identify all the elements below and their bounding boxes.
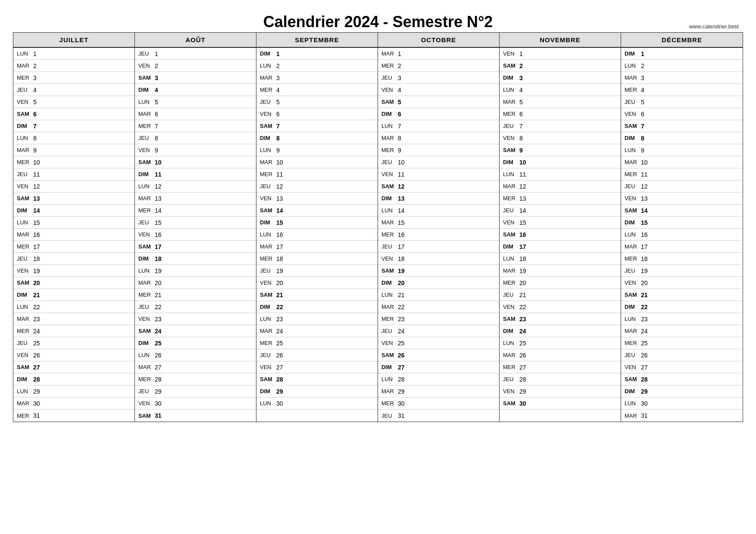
month-header-août: AOÛT	[135, 33, 256, 47]
day-name: SAM	[381, 352, 398, 358]
day-name: LUN	[17, 135, 33, 141]
day-row: JEU29	[135, 385, 256, 397]
day-row: JEU12	[621, 180, 743, 192]
day-name: LUN	[260, 400, 276, 407]
day-row: DIM22	[256, 301, 378, 313]
day-row: JEU5	[256, 96, 378, 108]
day-number: 13	[276, 195, 288, 202]
day-row: JEU3	[378, 72, 499, 84]
day-name: MER	[138, 376, 155, 382]
day-row: VEN11	[378, 168, 499, 180]
day-number: 31	[155, 412, 167, 419]
day-row: DIM10	[500, 156, 621, 168]
day-row: SAM5	[378, 96, 499, 108]
day-name: DIM	[260, 219, 276, 226]
day-name: MER	[260, 255, 276, 262]
day-number: 30	[276, 400, 288, 407]
day-name: DIM	[138, 255, 155, 262]
day-row: LUN25	[500, 337, 621, 349]
day-number: 22	[641, 304, 653, 310]
day-row: DIM7	[13, 120, 134, 132]
day-number: 18	[33, 255, 45, 262]
day-number: 4	[641, 87, 653, 93]
day-number: 6	[33, 111, 45, 118]
day-name: MAR	[381, 304, 398, 310]
day-name: LUN	[138, 99, 155, 105]
day-row: DIM1	[621, 48, 743, 60]
day-row: JEU26	[256, 349, 378, 361]
day-row: VEN27	[256, 361, 378, 373]
day-name: LUN	[381, 376, 398, 382]
day-number: 2	[398, 62, 410, 69]
day-row: LUN4	[500, 84, 621, 96]
day-row: VEN26	[13, 349, 134, 361]
month-header-septembre: SEPTEMBRE	[256, 33, 378, 47]
day-number: 1	[155, 50, 167, 57]
day-name: JEU	[503, 123, 519, 129]
day-number: 10	[33, 159, 45, 166]
day-row: MER27	[500, 361, 621, 373]
day-name: MAR	[17, 147, 33, 153]
day-name: JEU	[17, 87, 33, 93]
day-number: 21	[641, 292, 653, 298]
day-row: MER2	[378, 60, 499, 72]
day-name: MER	[17, 75, 33, 81]
day-name: LUN	[381, 123, 398, 129]
day-name: JEU	[138, 388, 155, 394]
day-name: DIM	[138, 171, 155, 177]
day-name: DIM	[17, 123, 33, 129]
day-name: JEU	[625, 183, 641, 189]
day-number: 10	[641, 159, 653, 166]
day-number: 22	[155, 304, 167, 310]
day-row: LUN26	[135, 349, 256, 361]
day-row: DIM29	[256, 385, 378, 397]
day-number: 30	[641, 400, 653, 407]
day-name: SAM	[503, 316, 519, 322]
day-number: 23	[519, 316, 531, 323]
day-row: VEN4	[378, 84, 499, 96]
day-name: DIM	[625, 50, 641, 57]
day-name: MAR	[503, 352, 519, 358]
day-number: 27	[519, 364, 531, 371]
day-row: VEN30	[135, 397, 256, 410]
day-name: MAR	[381, 219, 398, 226]
day-row: VEN12	[13, 180, 134, 192]
day-row: LUN11	[500, 168, 621, 180]
day-row: LUN9	[256, 144, 378, 156]
day-name: MER	[260, 87, 276, 93]
day-row: DIM22	[621, 301, 743, 313]
day-number: 5	[519, 99, 531, 106]
day-number: 31	[398, 412, 410, 419]
day-row: JEU7	[500, 120, 621, 132]
day-name: JEU	[138, 135, 155, 141]
day-row: DIM13	[378, 192, 499, 205]
day-number: 18	[641, 255, 653, 262]
day-row: LUN30	[621, 397, 743, 410]
day-name: SAM	[138, 159, 155, 165]
day-name: MAR	[138, 364, 155, 370]
month-header-octobre: OCTOBRE	[378, 33, 500, 47]
day-name: VEN	[260, 364, 276, 370]
day-number: 4	[398, 87, 410, 93]
day-row: MAR19	[500, 265, 621, 277]
day-name: MER	[138, 123, 155, 129]
day-name: LUN	[381, 292, 398, 298]
month-col-décembre: DIM1LUN2MAR3MER4JEU5VEN6SAM7DIM8LUN9MAR1…	[621, 48, 743, 422]
day-name: MER	[381, 400, 398, 407]
day-number: 24	[276, 328, 288, 335]
day-name: MAR	[260, 75, 276, 81]
day-name: LUN	[381, 207, 398, 214]
day-number: 27	[155, 364, 167, 371]
day-number: 26	[276, 352, 288, 359]
day-number: 11	[276, 171, 288, 178]
day-number: 16	[155, 231, 167, 238]
day-row: JEU10	[378, 156, 499, 168]
day-name: DIM	[260, 50, 276, 57]
day-name: VEN	[381, 87, 398, 93]
day-row: MER31	[13, 410, 134, 422]
calendar-headers: JUILLETAOÛTSEPTEMBREOCTOBRENOVEMBREDÉCEM…	[13, 32, 743, 47]
day-row: MAR22	[378, 301, 499, 313]
day-number: 22	[276, 304, 288, 310]
day-number: 10	[155, 159, 167, 166]
day-number: 25	[519, 340, 531, 347]
